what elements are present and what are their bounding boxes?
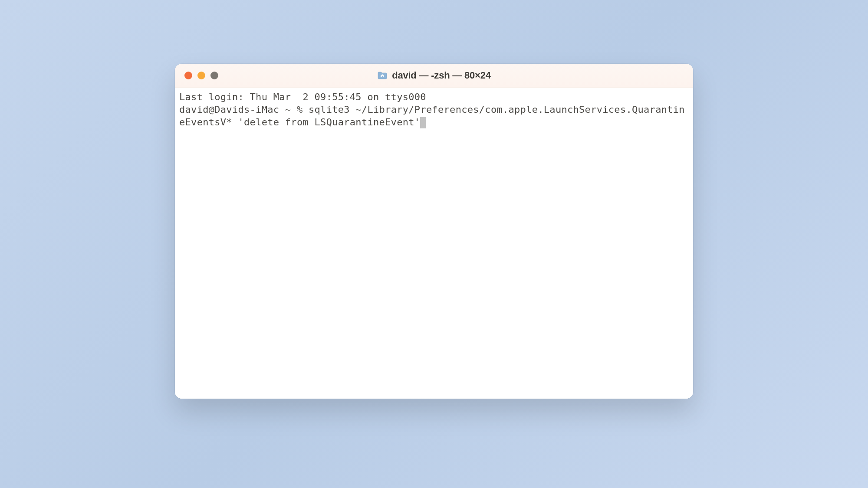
prompt: david@Davids-iMac ~ % [179,104,309,115]
title-section: david — -zsh — 80×24 [175,70,693,81]
cursor [420,117,426,128]
home-folder-icon [377,71,388,80]
last-login-line: Last login: Thu Mar 2 09:55:45 on ttys00… [179,92,426,102]
title-bar[interactable]: david — -zsh — 80×24 [175,64,693,88]
minimize-button[interactable] [197,72,205,79]
close-button[interactable] [184,72,192,79]
traffic-lights [175,72,218,79]
maximize-button[interactable] [210,72,218,79]
terminal-window: david — -zsh — 80×24 Last login: Thu Mar… [175,64,693,399]
terminal-body[interactable]: Last login: Thu Mar 2 09:55:45 on ttys00… [175,88,693,399]
window-title: david — -zsh — 80×24 [392,70,491,81]
